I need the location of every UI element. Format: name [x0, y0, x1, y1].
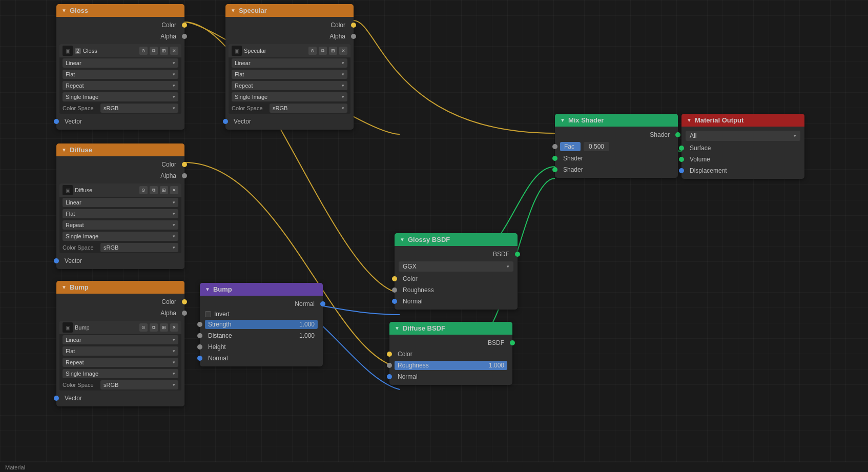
glossy-bsdf-socket[interactable] — [515, 252, 520, 257]
bump-shield-icon[interactable]: ⊙ — [139, 323, 148, 332]
specular-ext-dropdown[interactable]: Repeat ▾ — [232, 81, 347, 90]
gloss-src-dropdown[interactable]: Single Image ▾ — [63, 92, 178, 101]
specular-alpha-socket[interactable] — [351, 34, 356, 39]
bump-invert-row: Invert — [200, 310, 323, 319]
diffuse-src-row: Single Image ▾ — [59, 231, 181, 242]
specular-proj-dropdown[interactable]: Flat ▾ — [232, 70, 347, 79]
mat-volume-socket[interactable] — [679, 157, 684, 162]
bump-render-icon[interactable]: ⊞ — [160, 323, 168, 332]
diffuse-bsdf-roughness-field[interactable]: Roughness 1.000 — [395, 361, 507, 370]
diffuse-bsdf-normal-socket[interactable] — [387, 374, 392, 379]
mix-shader-out-socket[interactable] — [675, 132, 680, 137]
glossy-normal-row: Normal — [395, 296, 518, 307]
diffuse-cs-dropdown[interactable]: sRGB ▾ — [100, 243, 178, 252]
glossy-color-socket[interactable] — [392, 276, 397, 281]
bump-normal-out-socket[interactable] — [320, 301, 325, 306]
diffuse-close-icon[interactable]: ✕ — [170, 186, 178, 194]
specular-vector-socket[interactable] — [223, 119, 228, 124]
gloss-render-icon[interactable]: ⊞ — [160, 47, 168, 55]
mat-surface-socket[interactable] — [679, 146, 684, 151]
specular-src-row: Single Image ▾ — [229, 91, 350, 102]
mat-displacement-socket[interactable] — [679, 168, 684, 173]
gloss-color-socket[interactable] — [182, 23, 187, 28]
bump-invert-label: Invert — [214, 311, 230, 318]
bump-close-icon[interactable]: ✕ — [170, 323, 178, 332]
bump-img-ext-dropdown[interactable]: Repeat ▾ — [63, 358, 178, 367]
specular-color-socket[interactable] — [351, 23, 356, 28]
bump-invert-checkbox[interactable] — [205, 311, 211, 317]
bump-img-alpha-socket[interactable] — [182, 311, 187, 316]
bump-math-collapse-arrow[interactable]: ▼ — [205, 286, 210, 292]
bump-height-socket[interactable] — [197, 344, 202, 350]
diffuse-vector-socket[interactable] — [54, 258, 59, 263]
gloss-shield-icon[interactable]: ⊙ — [139, 47, 148, 55]
diffuse-src-dropdown[interactable]: Single Image ▾ — [63, 232, 178, 241]
mix-shader-collapse-arrow[interactable]: ▼ — [560, 117, 565, 123]
gloss-vector-socket[interactable] — [54, 119, 59, 124]
diffuse-shield-icon[interactable]: ⊙ — [139, 186, 148, 194]
diffuse-proj-dropdown[interactable]: Flat ▾ — [63, 209, 178, 218]
bump-strength-field[interactable]: Strength 1.000 — [205, 320, 318, 329]
specular-src-dropdown[interactable]: Single Image ▾ — [232, 92, 347, 101]
gloss-ext-dropdown[interactable]: Repeat ▾ — [63, 81, 178, 90]
diffuse-collapse-arrow[interactable]: ▼ — [61, 147, 67, 153]
gloss-title: Gloss — [70, 7, 88, 14]
bump-distance-socket[interactable] — [197, 333, 202, 338]
gloss-interp-dropdown[interactable]: Linear ▾ — [63, 58, 178, 68]
material-output-collapse-arrow[interactable]: ▼ — [687, 117, 692, 123]
gloss-copy-icon[interactable]: ⧉ — [150, 47, 158, 55]
glossy-roughness-socket[interactable] — [392, 288, 397, 293]
gloss-close-icon[interactable]: ✕ — [170, 47, 178, 55]
diffuse-bsdf-roughness-socket[interactable] — [387, 363, 392, 368]
specular-render-icon[interactable]: ⊞ — [329, 47, 337, 55]
mat-surface-label: Surface — [686, 145, 711, 152]
bump-distance-label: Distance — [208, 332, 232, 339]
diffuse-bsdf-socket[interactable] — [510, 340, 515, 345]
bump-strength-socket[interactable] — [197, 322, 202, 327]
gloss-alpha-socket[interactable] — [182, 34, 187, 39]
bump-img-interp-dropdown[interactable]: Linear ▾ — [63, 335, 178, 344]
diffuse-color-socket[interactable] — [182, 162, 187, 167]
glossy-bsdf-body: BSDF GGX ▾ Color Roughness Normal — [395, 246, 518, 310]
gloss-proj-dropdown[interactable]: Flat ▾ — [63, 70, 178, 79]
specular-interp-row: Linear ▾ — [229, 57, 350, 69]
bump-normal-in-socket[interactable] — [197, 356, 202, 361]
glossy-normal-socket[interactable] — [392, 299, 397, 304]
bump-img-collapse-arrow[interactable]: ▼ — [61, 284, 67, 290]
mix-fac-socket[interactable] — [552, 144, 557, 149]
mix-fac-value[interactable]: 0.500 — [584, 142, 609, 151]
glossy-ggx-arrow: ▾ — [507, 264, 509, 269]
diffuse-vector-label: Vector — [60, 257, 180, 264]
diffuse-bsdf-collapse-arrow[interactable]: ▼ — [395, 325, 400, 331]
glossy-ggx-dropdown[interactable]: GGX ▾ — [399, 261, 513, 272]
bump-math-node: ▼ Bump Normal Invert Strength 1.000 Dist… — [200, 283, 323, 366]
specular-collapse-arrow[interactable]: ▼ — [231, 8, 236, 13]
bump-img-vector-socket[interactable] — [54, 396, 59, 401]
material-output-all-dropdown[interactable]: All ▾ — [686, 131, 800, 141]
specular-interp-dropdown[interactable]: Linear ▾ — [232, 58, 347, 68]
bump-img-cs-dropdown[interactable]: sRGB ▾ — [100, 380, 178, 389]
diffuse-bsdf-color-socket[interactable] — [387, 352, 392, 357]
bump-img-color-socket[interactable] — [182, 299, 187, 304]
specular-copy-icon[interactable]: ⧉ — [319, 47, 327, 55]
glossy-collapse-arrow[interactable]: ▼ — [400, 237, 405, 242]
gloss-cs-dropdown[interactable]: sRGB ▾ — [100, 104, 178, 113]
bump-img-proj-dropdown[interactable]: Flat ▾ — [63, 346, 178, 356]
diffuse-render-icon[interactable]: ⊞ — [160, 186, 168, 194]
diffuse-interp-row: Linear ▾ — [59, 197, 181, 208]
specular-shield-icon[interactable]: ⊙ — [308, 47, 317, 55]
specular-close-icon[interactable]: ✕ — [339, 47, 347, 55]
specular-cs-dropdown[interactable]: sRGB ▾ — [270, 104, 347, 113]
diffuse-alpha-socket[interactable] — [182, 173, 187, 178]
diffuse-ext-dropdown[interactable]: Repeat ▾ — [63, 220, 178, 230]
mix-shader1-socket[interactable] — [552, 156, 557, 161]
bump-copy-icon[interactable]: ⧉ — [150, 323, 158, 332]
mix-shader2-socket[interactable] — [552, 167, 557, 172]
gloss-color-out-row: Color — [56, 19, 184, 31]
diffuse-interp-dropdown[interactable]: Linear ▾ — [63, 198, 178, 207]
specular-img-name: Specular — [244, 48, 306, 54]
diffuse-copy-icon[interactable]: ⧉ — [150, 186, 158, 194]
bump-img-src-dropdown[interactable]: Single Image ▾ — [63, 369, 178, 378]
mix-fac-label[interactable]: Fac — [560, 142, 581, 151]
gloss-collapse-arrow[interactable]: ▼ — [61, 8, 67, 13]
